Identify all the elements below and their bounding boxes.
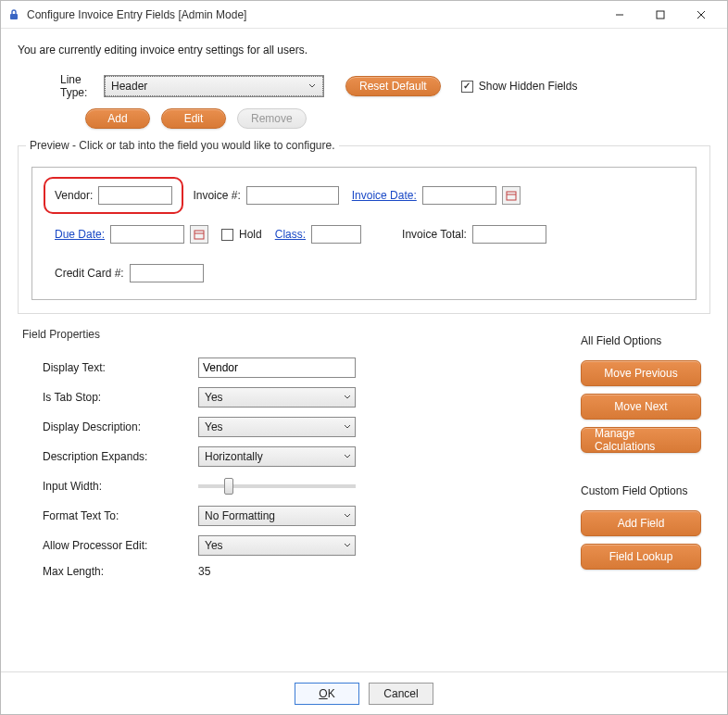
input-width-label: Input Width: bbox=[43, 480, 198, 493]
desc-expands-label: Description Expands: bbox=[43, 450, 198, 463]
class-input[interactable] bbox=[311, 225, 361, 244]
chevron-down-icon bbox=[344, 450, 351, 463]
chevron-down-icon bbox=[306, 80, 319, 93]
chevron-down-icon bbox=[344, 509, 351, 522]
svg-rect-2 bbox=[657, 11, 664, 19]
edit-button[interactable]: Edit bbox=[161, 108, 226, 129]
allow-proc-select[interactable]: Yes bbox=[198, 535, 356, 556]
allow-proc-label: Allow Processor Edit: bbox=[43, 539, 198, 552]
credit-card-field-pair[interactable]: Credit Card #: bbox=[55, 264, 204, 282]
close-button[interactable] bbox=[681, 2, 722, 28]
vendor-label: Vendor: bbox=[55, 189, 93, 202]
vendor-input[interactable] bbox=[98, 186, 172, 205]
svg-rect-7 bbox=[195, 231, 204, 239]
calendar-icon[interactable] bbox=[190, 225, 208, 244]
format-text-label: Format Text To: bbox=[43, 509, 198, 522]
preview-panel: Vendor: Invoice #: Invoice Date: bbox=[31, 167, 697, 300]
show-hidden-label: Show Hidden Fields bbox=[479, 80, 578, 93]
is-tab-stop-select[interactable]: Yes bbox=[198, 387, 356, 408]
invoice-num-label: Invoice #: bbox=[193, 189, 240, 202]
format-text-value: No Formatting bbox=[205, 509, 275, 522]
cancel-button[interactable]: Cancel bbox=[369, 683, 433, 705]
chevron-down-icon bbox=[344, 420, 351, 433]
field-properties-group: Field Properties Display Text: Is Tab St… bbox=[18, 334, 559, 592]
desc-expands-value: Horizontally bbox=[205, 450, 263, 463]
display-text-input[interactable] bbox=[198, 358, 356, 378]
preview-group: Preview - Click or tab into the field yo… bbox=[18, 145, 710, 314]
input-width-slider[interactable] bbox=[198, 476, 383, 496]
display-desc-select[interactable]: Yes bbox=[198, 417, 356, 437]
ok-label-rest: K bbox=[328, 687, 335, 700]
due-date-label[interactable]: Due Date: bbox=[55, 228, 105, 241]
invoice-total-label: Invoice Total: bbox=[402, 228, 467, 241]
due-date-input[interactable] bbox=[110, 225, 184, 244]
class-field-pair[interactable]: Class: bbox=[275, 225, 361, 244]
display-text-label: Display Text: bbox=[43, 361, 198, 374]
svg-rect-0 bbox=[10, 14, 18, 19]
is-tab-stop-label: Is Tab Stop: bbox=[43, 391, 198, 404]
due-date-field-pair[interactable]: Due Date: bbox=[55, 225, 208, 244]
line-type-combo[interactable]: Header bbox=[105, 76, 323, 96]
lock-icon bbox=[6, 7, 21, 22]
info-text: You are currently editing invoice entry … bbox=[18, 44, 710, 56]
hold-field-pair[interactable]: Hold bbox=[221, 228, 262, 241]
remove-button: Remove bbox=[237, 108, 307, 129]
credit-card-label: Credit Card #: bbox=[55, 267, 124, 280]
add-field-button[interactable]: Add Field bbox=[581, 510, 701, 536]
manage-calculations-button[interactable]: Manage Calculations bbox=[581, 427, 701, 453]
hold-label: Hold bbox=[239, 228, 262, 241]
allow-proc-value: Yes bbox=[205, 539, 223, 552]
invoice-num-field-pair[interactable]: Invoice #: bbox=[193, 186, 338, 205]
desc-expands-select[interactable]: Horizontally bbox=[198, 446, 356, 467]
invoice-total-field-pair[interactable]: Invoice Total: bbox=[402, 225, 546, 244]
invoice-total-input[interactable] bbox=[472, 225, 546, 244]
chevron-down-icon bbox=[344, 539, 351, 552]
line-type-label: Line Type: bbox=[18, 73, 97, 99]
display-desc-label: Display Description: bbox=[43, 420, 198, 433]
hold-checkbox[interactable] bbox=[221, 229, 233, 241]
move-previous-button[interactable]: Move Previous bbox=[581, 360, 701, 386]
max-length-value: 35 bbox=[198, 565, 383, 578]
credit-card-input[interactable] bbox=[130, 264, 204, 282]
chevron-down-icon bbox=[344, 391, 351, 404]
max-length-label: Max Length: bbox=[43, 565, 198, 578]
calendar-icon[interactable] bbox=[502, 186, 521, 205]
window-title: Configure Invoice Entry Fields [Admin Mo… bbox=[27, 8, 246, 21]
display-desc-value: Yes bbox=[205, 420, 223, 433]
line-type-value: Header bbox=[111, 80, 147, 93]
title-bar: Configure Invoice Entry Fields [Admin Mo… bbox=[1, 1, 727, 29]
class-label[interactable]: Class: bbox=[275, 228, 306, 241]
all-field-options-legend: All Field Options bbox=[581, 334, 710, 347]
ok-button[interactable]: OK bbox=[295, 683, 359, 705]
move-next-button[interactable]: Move Next bbox=[581, 394, 701, 420]
invoice-date-field-pair[interactable]: Invoice Date: bbox=[352, 186, 521, 205]
reset-default-button[interactable]: Reset Default bbox=[345, 76, 441, 96]
field-lookup-button[interactable]: Field Lookup bbox=[581, 544, 701, 570]
svg-rect-5 bbox=[507, 192, 516, 200]
invoice-num-input[interactable] bbox=[246, 186, 339, 205]
invoice-date-input[interactable] bbox=[422, 186, 496, 205]
vendor-field-pair[interactable]: Vendor: bbox=[44, 177, 183, 214]
invoice-date-label[interactable]: Invoice Date: bbox=[352, 189, 417, 202]
maximize-button[interactable] bbox=[640, 2, 681, 28]
preview-legend: Preview - Click or tab into the field yo… bbox=[26, 139, 339, 152]
format-text-select[interactable]: No Formatting bbox=[198, 506, 356, 526]
is-tab-stop-value: Yes bbox=[205, 391, 223, 404]
dialog-footer: OK Cancel bbox=[1, 671, 727, 714]
show-hidden-checkbox[interactable] bbox=[461, 81, 473, 93]
custom-field-options-legend: Custom Field Options bbox=[581, 484, 710, 497]
field-properties-legend: Field Properties bbox=[19, 328, 104, 341]
minimize-button[interactable] bbox=[599, 2, 640, 28]
add-button[interactable]: Add bbox=[85, 108, 150, 129]
